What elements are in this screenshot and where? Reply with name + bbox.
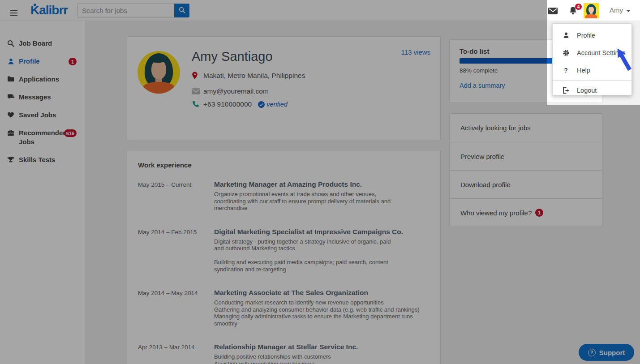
menu-item-logout[interactable]: Logout [553, 81, 631, 99]
logout-icon [562, 87, 570, 94]
chevron-down-icon [626, 10, 631, 12]
dim-overlay-left [0, 0, 547, 364]
user-name: Amy [610, 6, 623, 14]
menu-item-profile[interactable]: Profile [553, 26, 631, 44]
user-dropdown-menu: Profile Account Settings ? Help Logout [552, 23, 632, 95]
menu-divider [553, 80, 631, 81]
notification-count-badge: 4 [575, 4, 582, 10]
question-icon: ? [562, 67, 570, 74]
mail-icon[interactable] [548, 8, 558, 16]
menu-item-account-settings[interactable]: Account Settings [553, 44, 631, 61]
gear-icon [562, 49, 570, 56]
menu-item-help[interactable]: ? Help [553, 61, 631, 79]
dim-overlay-bottom-right [547, 105, 640, 364]
user-menu-toggle[interactable]: Amy [610, 6, 631, 14]
user-icon [562, 32, 570, 39]
user-avatar[interactable] [584, 3, 599, 18]
